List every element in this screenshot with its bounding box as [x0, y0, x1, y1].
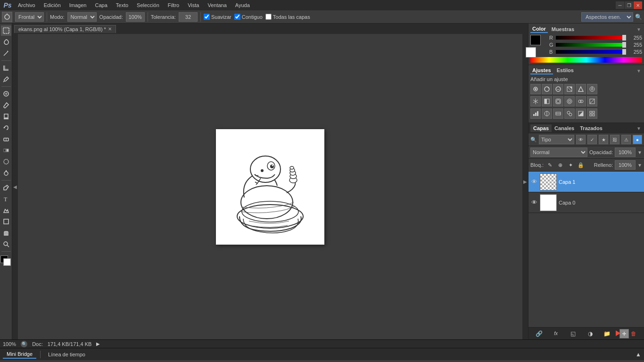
fg-color[interactable]: [530, 35, 541, 45]
adj-curves[interactable]: [553, 84, 563, 94]
layer-filter-check[interactable]: ✓: [587, 135, 597, 144]
trazados-tab[interactable]: Trazados: [577, 124, 605, 132]
menu-vista[interactable]: Vista: [184, 1, 203, 9]
canvas-tab-close[interactable]: ✕: [108, 26, 112, 32]
adj-bw[interactable]: [542, 96, 552, 107]
relleno-input[interactable]: [615, 160, 636, 170]
tool-hand[interactable]: [1, 228, 11, 238]
canales-tab[interactable]: Canales: [552, 124, 577, 132]
adj-panel-collapse[interactable]: ▼: [636, 68, 642, 74]
layer-adj-button[interactable]: ◑: [586, 329, 595, 338]
opacity-arrow[interactable]: ▼: [637, 150, 642, 155]
canvas-tab[interactable]: ekans.png al 100% (Capa 1, RGB/8) * ✕: [14, 25, 116, 33]
adj-color-lookup[interactable]: [576, 96, 586, 107]
menu-ventana[interactable]: Ventana: [204, 1, 230, 9]
active-tool-icon[interactable]: [2, 12, 12, 22]
layer-filter-toggle[interactable]: ●: [633, 135, 642, 144]
layer-filter-eye[interactable]: 👁: [576, 135, 586, 144]
tool-stamp[interactable]: [1, 111, 11, 122]
menu-texto[interactable]: Texto: [112, 1, 132, 9]
menu-edicion[interactable]: Edición: [40, 1, 65, 9]
tool-crop[interactable]: [1, 63, 11, 73]
tool-eraser[interactable]: [1, 134, 11, 144]
adj-gradientmap[interactable]: [553, 108, 563, 119]
status-arrow[interactable]: ▶: [96, 341, 100, 346]
restore-button[interactable]: ❐: [625, 1, 633, 9]
tolerance-input[interactable]: [179, 12, 198, 22]
tool-zoom[interactable]: [1, 239, 11, 249]
adj-exposure[interactable]: [564, 84, 575, 94]
filter-type-select[interactable]: Tipo: [539, 135, 574, 144]
menu-filtro[interactable]: Filtro: [164, 1, 183, 9]
green-slider[interactable]: [556, 43, 626, 47]
layer-mask-button[interactable]: ◱: [568, 329, 578, 338]
tool-marquee[interactable]: [1, 25, 11, 36]
tool-preset-select[interactable]: Frontal: [15, 12, 44, 22]
bg-color[interactable]: [526, 47, 536, 58]
adj-shadows[interactable]: [576, 108, 586, 119]
relleno-arrow[interactable]: ▼: [637, 163, 642, 168]
lock-move-icon[interactable]: ⊕: [556, 161, 564, 169]
adj-channel-mixer[interactable]: [564, 96, 575, 107]
right-panel-toggle[interactable]: ▶: [522, 24, 528, 339]
menu-seleccion[interactable]: Selección: [133, 1, 163, 9]
color-spectrum[interactable]: [530, 57, 642, 63]
layer-opacity-input[interactable]: [615, 148, 636, 157]
workspace-select[interactable]: Aspectos esen.: [581, 12, 633, 22]
adj-hue[interactable]: [587, 84, 597, 94]
left-panel-toggle[interactable]: ◀: [12, 34, 18, 339]
adj-posterize[interactable]: [530, 108, 541, 119]
bg-color-swatch[interactable]: [3, 258, 11, 266]
layer-group-button[interactable]: 📁: [603, 329, 612, 338]
layer-link-button[interactable]: 🔗: [534, 329, 544, 338]
menu-capa[interactable]: Capa: [91, 1, 111, 9]
contiguo-checkbox[interactable]: [234, 14, 240, 20]
capa0-visibility[interactable]: 👁: [530, 199, 538, 206]
capa1-visibility[interactable]: 👁: [530, 178, 538, 186]
tool-lasso[interactable]: [1, 37, 11, 47]
tool-eyedropper[interactable]: [1, 74, 11, 84]
tool-gradient[interactable]: [1, 145, 11, 156]
info-icon[interactable]: 🔍: [21, 341, 27, 347]
layer-filter-chain[interactable]: ⛓: [610, 135, 619, 144]
adj-levels[interactable]: [542, 84, 552, 94]
layer-item-capa1[interactable]: 👁 Capa 1: [528, 172, 644, 192]
adj-selectivecolor[interactable]: [564, 108, 575, 119]
capas-tab[interactable]: Capas: [530, 124, 552, 132]
adj-vibrance[interactable]: [576, 84, 586, 94]
opacity-input[interactable]: [126, 12, 145, 22]
tool-brush[interactable]: [1, 100, 11, 110]
menu-archivo[interactable]: Archivo: [14, 1, 39, 9]
close-button[interactable]: ✕: [634, 1, 642, 9]
estilos-tab[interactable]: Estilos: [555, 67, 576, 74]
tool-type[interactable]: T: [1, 194, 11, 204]
lineatiempo-tab[interactable]: Línea de tiempo: [44, 351, 89, 358]
tool-shape[interactable]: [1, 216, 11, 227]
layers-panel-collapse[interactable]: ▼: [636, 126, 642, 131]
blue-slider[interactable]: [556, 50, 626, 54]
lock-all-icon[interactable]: 🔒: [577, 161, 585, 169]
color-tab[interactable]: Color: [530, 25, 548, 33]
adj-colorbalance[interactable]: [530, 96, 541, 107]
layer-filter-star[interactable]: ★: [599, 135, 608, 144]
minimize-button[interactable]: ─: [616, 1, 624, 9]
adj-photo-filter[interactable]: [553, 96, 563, 107]
red-slider[interactable]: [556, 36, 626, 40]
tool-dodge[interactable]: [1, 168, 11, 178]
menu-ayuda[interactable]: Ayuda: [231, 1, 254, 9]
layer-new-button[interactable]: [619, 329, 629, 338]
layer-mode-select[interactable]: Normal: [530, 148, 587, 157]
todas-capas-checkbox[interactable]: [265, 14, 272, 20]
layer-fx-button[interactable]: fx: [551, 329, 561, 338]
layer-item-capa0[interactable]: 👁 Capa 0: [528, 192, 644, 213]
suavizar-checkbox[interactable]: [204, 14, 210, 20]
bottom-expand-arrow[interactable]: ▲: [636, 351, 641, 358]
mode-select[interactable]: Normal: [67, 12, 97, 22]
ajustes-tab[interactable]: Ajustes: [530, 67, 553, 74]
tool-heal[interactable]: [1, 89, 11, 99]
muestras-tab[interactable]: Muestras: [550, 26, 576, 33]
adj-other[interactable]: [587, 108, 597, 119]
lock-pixels-icon[interactable]: ✎: [545, 161, 554, 169]
lock-artboard-icon[interactable]: ✦: [566, 161, 575, 169]
minibridge-tab[interactable]: Mini Bridge: [3, 350, 36, 359]
